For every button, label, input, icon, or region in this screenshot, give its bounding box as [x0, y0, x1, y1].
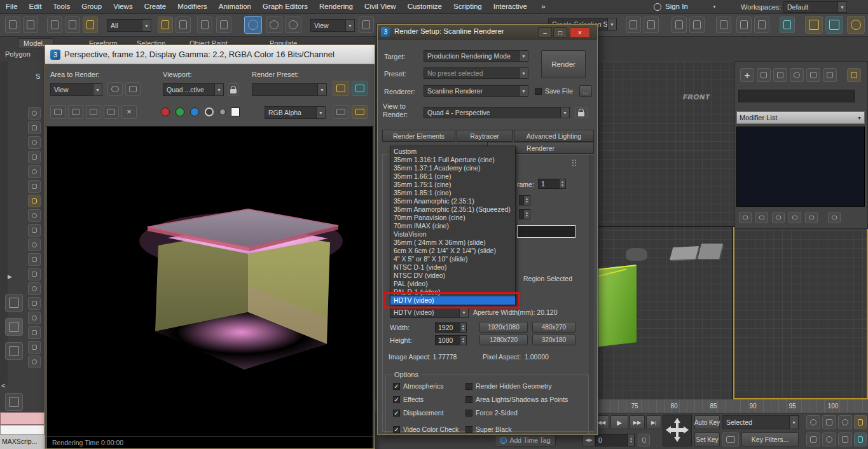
modifier-list-select[interactable]: Modifier List ▼ [736, 111, 865, 124]
aperture-option[interactable]: NTSC D-1 (video) [390, 263, 515, 272]
key-mode-toggle-icon[interactable] [638, 434, 650, 446]
render-button[interactable]: Render [541, 50, 586, 78]
pan-hand-icon[interactable] [107, 82, 123, 96]
spinner-arrows-icon[interactable]: ▲▼ [628, 434, 634, 446]
aperture-option[interactable]: 35mm 1.316:1 Full Aperture (cine) [390, 156, 515, 164]
modify-tab-icon[interactable] [757, 68, 771, 82]
sign-in-chevron-icon[interactable]: ▼ [712, 4, 717, 9]
make-unique-icon[interactable] [772, 212, 785, 223]
maximize-button[interactable]: □ [553, 27, 567, 38]
maximize-viewport-icon[interactable] [854, 432, 867, 446]
modifier-toolbar-icon[interactable] [28, 312, 41, 324]
modifier-toolbar-icon[interactable] [28, 341, 41, 354]
aperture-option[interactable]: NTSC DV (video) [390, 272, 515, 280]
render-production-icon[interactable] [847, 16, 865, 34]
alpha-channel-icon[interactable] [205, 107, 214, 116]
menu-animation[interactable]: Animation [213, 0, 257, 12]
current-frame-spinner[interactable]: 0▲▼ [595, 434, 635, 446]
save-file-browse-button[interactable]: ... [579, 85, 592, 97]
force-2-sided-checkbox[interactable] [465, 410, 472, 417]
save-file-checkbox-row[interactable]: Save File [535, 87, 573, 95]
aperture-option[interactable]: 35mm Anamorphic (2.35:1) [390, 197, 515, 205]
super-black-checkbox[interactable] [465, 426, 472, 433]
render-setup-icon[interactable] [805, 16, 823, 34]
super-black-checkbox-row[interactable]: Super Black [465, 425, 512, 433]
pane-split-arrows[interactable]: ◀▶ [582, 434, 595, 446]
aperture-dropdown-list[interactable]: Custom 35mm 1.316:1 Full Aperture (cine)… [390, 146, 516, 305]
effects-checkbox[interactable]: ✓ [393, 396, 400, 403]
modifier-toolbar-icon[interactable] [28, 180, 41, 193]
displacement-checkbox[interactable]: ✓ [393, 410, 400, 417]
utilities-tab-icon[interactable] [823, 68, 837, 82]
motion-tab-icon[interactable] [790, 68, 804, 82]
renderer-select[interactable]: Scanline Renderer▼ [424, 85, 528, 97]
modifier-toolbar-icon[interactable] [28, 238, 41, 251]
go-to-end-button[interactable]: ▶| [646, 415, 661, 429]
width-spinner[interactable]: 1920▲▼ [435, 322, 467, 333]
aperture-option[interactable]: VistaVision [390, 230, 515, 238]
menu-graph-editors[interactable]: Graph Editors [257, 0, 313, 12]
bind-to-spacewarp-icon[interactable] [83, 17, 98, 33]
menu-rendering[interactable]: Rendering [313, 0, 359, 12]
spinner-arrows-icon[interactable]: ▲▼ [523, 210, 530, 219]
menu-edit[interactable]: Edit [24, 0, 48, 12]
aperture-option[interactable]: 35mm 1.75:1 (cine) [390, 181, 515, 189]
aperture-option[interactable]: PAL (video) [390, 280, 515, 288]
clear-image-icon[interactable]: × [121, 105, 137, 119]
mirror-icon[interactable] [626, 17, 641, 33]
environment-settings-icon[interactable] [352, 81, 368, 96]
snapshot-icon[interactable] [352, 105, 368, 119]
modifier-toolbar-icon[interactable] [28, 151, 41, 163]
aperture-option[interactable]: 70mm Panavision (cine) [390, 214, 515, 222]
menu-interactive[interactable]: Interactive [488, 0, 533, 12]
dialog-titlebar[interactable]: 3 Render Setup: Scanline Renderer – □ × [378, 25, 597, 40]
layer-explorer-icon[interactable] [689, 17, 705, 33]
aperture-option[interactable]: 35mm 1.37:1 Academy (cine) [390, 164, 515, 172]
red-channel-icon[interactable] [161, 107, 170, 116]
ribbon-toggle-icon[interactable] [716, 17, 731, 33]
modifier-toolbar-icon[interactable] [28, 268, 41, 280]
set-key-filters-icon[interactable] [722, 432, 739, 446]
tab-raytracer[interactable]: Raytracer [457, 130, 513, 142]
close-button[interactable]: × [570, 27, 590, 38]
modifier-toolbar-icon[interactable] [28, 282, 41, 295]
show-end-result-icon[interactable] [755, 212, 768, 223]
zoom-icon[interactable] [806, 415, 820, 429]
key-filters-button[interactable]: Key Filters... [741, 432, 799, 446]
area-lights-checkbox-row[interactable]: Area Lights/Shadows as Points [465, 396, 568, 403]
wrench-icon[interactable] [847, 68, 861, 82]
menu-group[interactable]: Group [76, 0, 107, 12]
select-and-link-icon[interactable] [47, 17, 62, 33]
aperture-option[interactable]: 6cm X 6cm (2 1/4" X 2 1/4") (slide) [390, 247, 515, 255]
save-image-icon[interactable] [50, 105, 65, 119]
modifier-toolbar-icon[interactable] [28, 356, 41, 368]
displacement-checkbox-row[interactable]: ✓Displacement [393, 409, 444, 417]
frame-spinner[interactable]: 1▲▼ [538, 179, 566, 189]
ribbon-panel-polygon[interactable]: Polygon [5, 50, 31, 58]
color-swatch[interactable] [231, 107, 240, 116]
zoom-region-icon[interactable] [806, 432, 820, 446]
maxscript-listener-pink[interactable] [0, 412, 45, 425]
edit-region-icon[interactable] [125, 82, 141, 96]
select-and-rotate-icon[interactable] [266, 17, 282, 33]
spinner-arrows-icon[interactable]: ▲▼ [559, 179, 565, 188]
set-key-button[interactable]: Set Key [694, 432, 720, 446]
collapse-button[interactable]: < [1, 382, 5, 389]
modifier-toolbar-icon[interactable] [28, 107, 41, 120]
pin-stack-icon[interactable] [739, 212, 752, 223]
aperture-option[interactable]: Custom [390, 148, 515, 156]
menu-create[interactable]: Create [139, 0, 172, 12]
nth-frame-spinner[interactable]: ▲▼ [519, 195, 530, 205]
aperture-option[interactable]: 35mm 1.85:1 (cine) [390, 189, 515, 197]
aperture-option[interactable]: 35mm ( 24mm X 36mm) (slide) [390, 238, 515, 247]
aperture-option[interactable]: 70mm IMAX (cine) [390, 222, 515, 230]
modifier-toolbar-icon[interactable] [28, 136, 41, 149]
channel-display-select[interactable]: RGB Alpha▼ [265, 106, 326, 119]
render-hidden-geometry-checkbox[interactable] [465, 383, 472, 390]
rendered-frame-window-icon[interactable] [825, 16, 843, 34]
preset-select[interactable]: No preset selected▼ [424, 67, 528, 79]
file-output-field[interactable] [517, 225, 575, 238]
modifier-toolbar-icon[interactable] [28, 224, 41, 237]
monochrome-channel-icon[interactable] [219, 109, 226, 115]
atmospherics-checkbox-row[interactable]: ✓Atmospherics [393, 382, 444, 390]
